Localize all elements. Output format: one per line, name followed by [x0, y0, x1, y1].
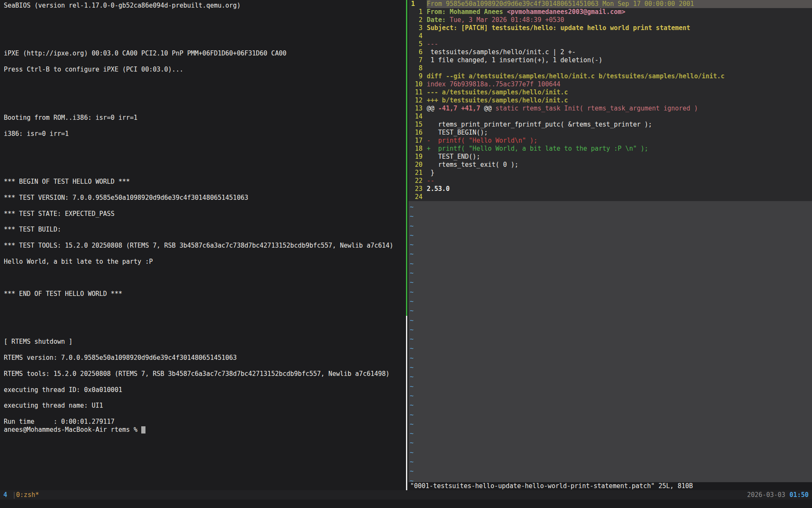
editor-line-content: @@ -41,7 +41,7 @@ static rtems_task Init… [427, 105, 812, 113]
editor-row[interactable]: 21 } [411, 169, 812, 177]
terminal-pane[interactable]: SeaBIOS (version rel-1.17.0-0-gb52ca86e0… [0, 0, 405, 490]
line-number: 23 [411, 185, 427, 193]
editor-row[interactable]: 15 rtems_print_printer_fprintf_putc( &rt… [411, 121, 812, 129]
line-number: 24 [411, 193, 427, 201]
editor-row[interactable]: 4 [411, 32, 812, 40]
editor-row[interactable]: 7 1 file changed, 1 insertion(+), 1 dele… [411, 56, 812, 64]
editor-row[interactable]: 16 TEST_BEGIN(); [411, 129, 812, 137]
editor-buffer[interactable]: 1 From 9585e50a1098920d9d6e39c4f30148065… [409, 0, 812, 201]
syntax-segment: 2.53.0 [427, 185, 450, 193]
editor-line-content: rtems_test_exit( 0 ); [427, 161, 812, 169]
editor-row[interactable]: 18 + printf( "Hello World, a bit late to… [411, 145, 812, 153]
syntax-segment: Tue, 3 Mar 2026 01:48:39 +0530 [450, 16, 564, 24]
editor-empty-area: ~ ~ ~ ~ ~ ~ ~ ~ ~ ~ ~ ~ ~ ~ ~ ~ ~ ~ ~ ~ … [409, 201, 812, 482]
pane-divider[interactable] [406, 0, 407, 490]
syntax-segment: TEST_BEGIN(); [427, 129, 488, 136]
syntax-segment: TEST_END(); [427, 153, 480, 160]
editor-line-content: index 76b939818a..75ac377e7f 100644 [427, 80, 812, 88]
editor-line-content: From 9585e50a1098920d9d6e39c4f3014806514… [427, 0, 812, 8]
line-number: 2 [411, 16, 427, 24]
tmux-status-bar: 4 | 0:zsh* 2026-03-03 01:50 [0, 490, 812, 500]
editor-row[interactable]: 8 [411, 64, 812, 72]
vim-message-line: "0001-testsuites-hello-update-hello-worl… [409, 482, 812, 490]
editor-line-content [427, 113, 812, 121]
line-number: 1 [411, 0, 427, 8]
syntax-segment: static rtems_task Init( rtems_task_argum… [492, 105, 698, 112]
editor-line-content: Subject: [PATCH] testsuites/hello: updat… [427, 24, 812, 32]
editor-line-content: + printf( "Hello World, a bit late to th… [427, 145, 812, 153]
syntax-segment: -- [427, 177, 434, 185]
tilde-column: ~ ~ ~ ~ ~ ~ ~ ~ ~ ~ ~ ~ ~ ~ ~ ~ ~ ~ ~ ~ … [409, 201, 812, 482]
line-number: 13 [411, 105, 427, 113]
line-number: 3 [411, 24, 427, 32]
vim-editor-pane[interactable]: 1 From 9585e50a1098920d9d6e39c4f30148065… [409, 0, 812, 490]
editor-row[interactable]: 10 index 76b939818a..75ac377e7f 100644 [411, 80, 812, 88]
editor-line-content: Date: Tue, 3 Mar 2026 01:48:39 +0530 [427, 16, 812, 24]
syntax-segment: + printf( "Hello World, a bit late to th… [427, 145, 648, 152]
editor-line-content: rtems_print_printer_fprintf_putc( &rtems… [427, 121, 812, 129]
syntax-segment: diff --git a/testsuites/samples/hello/in… [427, 72, 724, 80]
editor-row[interactable]: 20 rtems_test_exit( 0 ); [411, 161, 812, 169]
editor-row[interactable]: 2 Date: Tue, 3 Mar 2026 01:48:39 +0530 [411, 16, 812, 24]
editor-row[interactable]: 9 diff --git a/testsuites/samples/hello/… [411, 72, 812, 80]
line-number: 9 [411, 72, 427, 80]
editor-row[interactable]: 11 --- a/testsuites/samples/hello/init.c [411, 88, 812, 97]
editor-line-content: -- [427, 177, 812, 185]
editor-row[interactable]: 23 2.53.0 [411, 185, 812, 193]
line-number: 16 [411, 129, 427, 137]
editor-line-content: --- [427, 40, 812, 48]
shell-prompt: anees@Mohammeds-MacBook-Air rtems % [0, 426, 405, 434]
editor-line-content: - printf( "Hello World\n" ); [427, 137, 812, 145]
bottom-filler [0, 500, 812, 508]
syntax-segment: <pvmohammedanees2003@gmail.com> [507, 8, 625, 16]
line-number: 4 [411, 32, 427, 40]
syntax-segment: From: Mohammed Anees [427, 8, 507, 16]
session-indicator: 4 [3, 491, 7, 499]
syntax-segment: --- a/testsuites/samples/hello/init.c [427, 88, 568, 96]
terminal-output: SeaBIOS (version rel-1.17.0-0-gb52ca86e0… [0, 0, 405, 426]
editor-row[interactable]: 13 @@ -41,7 +41,7 @@ static rtems_task I… [411, 105, 812, 113]
syntax-segment: @@ [480, 105, 491, 112]
line-number: 12 [411, 97, 427, 105]
syntax-segment: rtems_print_printer_fprintf_putc( &rtems… [427, 121, 652, 128]
syntax-segment: 1 file changed, 1 insertion(+), 1 deleti… [427, 56, 602, 64]
line-number: 7 [411, 56, 427, 64]
editor-row[interactable]: 22 -- [411, 177, 812, 185]
editor-line-content: diff --git a/testsuites/samples/hello/in… [427, 72, 812, 80]
editor-line-content: From: Mohammed Anees <pvmohammedanees200… [427, 8, 812, 16]
pane-divider-scroll-segment [406, 316, 407, 490]
syntax-segment: From 9585e50a1098920d9d6e39c4f3014806514… [427, 0, 694, 8]
editor-line-content: testsuites/samples/hello/init.c | 2 +- [427, 48, 812, 56]
editor-row[interactable]: 14 [411, 113, 812, 121]
editor-row[interactable]: 24 [411, 193, 812, 201]
line-number: 14 [411, 113, 427, 121]
editor-row[interactable]: 17 - printf( "Hello World\n" ); [411, 137, 812, 145]
syntax-segment: -41,7 +41,7 [438, 105, 480, 112]
editor-line-content [427, 64, 812, 72]
syntax-segment: --- [427, 40, 438, 48]
window-indicator[interactable]: 0:zsh* [16, 491, 39, 499]
editor-row[interactable]: 19 TEST_END(); [411, 153, 812, 161]
editor-line-content: TEST_BEGIN(); [427, 129, 812, 137]
editor-line-content: --- a/testsuites/samples/hello/init.c [427, 88, 812, 97]
status-clock: 01:50 [790, 491, 809, 499]
editor-line-content: +++ b/testsuites/samples/hello/init.c [427, 97, 812, 105]
line-number: 1 [411, 8, 427, 16]
editor-row[interactable]: 5 --- [411, 40, 812, 48]
syntax-segment: } [427, 169, 434, 177]
line-number: 22 [411, 177, 427, 185]
editor-row[interactable]: 6 testsuites/samples/hello/init.c | 2 +- [411, 48, 812, 56]
editor-cursor-row[interactable]: 1 From 9585e50a1098920d9d6e39c4f30148065… [411, 0, 812, 8]
line-number: 8 [411, 64, 427, 72]
terminal-cursor [141, 426, 145, 433]
pane-divider-active-segment [406, 0, 407, 316]
syntax-segment: - printf( "Hello World\n" ); [427, 137, 538, 144]
syntax-segment: +++ b/testsuites/samples/hello/init.c [427, 97, 568, 104]
editor-row[interactable]: 1 From: Mohammed Anees <pvmohammedanees2… [411, 8, 812, 16]
syntax-segment: Subject: [PATCH] testsuites/hello: updat… [427, 24, 690, 32]
line-number: 21 [411, 169, 427, 177]
syntax-segment: Date: [427, 16, 450, 24]
editor-row[interactable]: 12 +++ b/testsuites/samples/hello/init.c [411, 97, 812, 105]
syntax-segment: rtems_test_exit( 0 ); [427, 161, 518, 168]
editor-row[interactable]: 3 Subject: [PATCH] testsuites/hello: upd… [411, 24, 812, 32]
